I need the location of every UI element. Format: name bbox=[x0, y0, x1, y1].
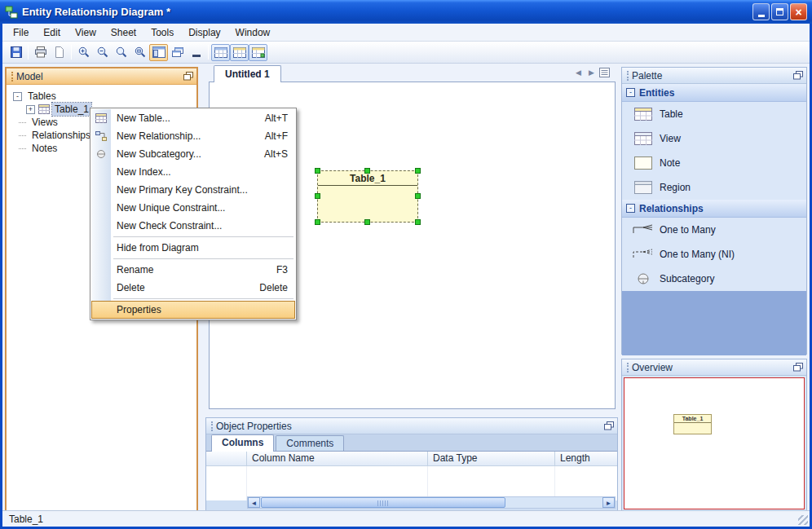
data-type-header[interactable]: Data Type bbox=[428, 452, 555, 465]
menu-edit[interactable]: Edit bbox=[36, 24, 68, 41]
palette-item-note[interactable]: Note bbox=[622, 151, 806, 175]
toggle-overview-button[interactable] bbox=[249, 44, 267, 61]
menu-item-new-table[interactable]: New Table... Alt+T bbox=[91, 109, 295, 127]
palette-header[interactable]: Palette bbox=[622, 68, 806, 84]
menu-item-new-relationship[interactable]: New Relationship... Alt+F bbox=[91, 127, 295, 145]
menu-display[interactable]: Display bbox=[181, 24, 227, 41]
selection-handle-e[interactable] bbox=[415, 193, 421, 199]
palette-item-one-to-many-ni[interactable]: One to Many (NI) bbox=[622, 242, 806, 267]
menu-item-new-primary-key-constraint[interactable]: New Primary Key Constraint... bbox=[91, 181, 295, 199]
close-icon: × bbox=[795, 7, 801, 18]
toolbar bbox=[2, 42, 810, 64]
palette-item-one-to-many[interactable]: One to Many bbox=[622, 218, 806, 242]
close-button[interactable]: × bbox=[790, 3, 807, 20]
menu-item-delete[interactable]: Delete Delete bbox=[91, 279, 295, 297]
zoom-actual-button[interactable] bbox=[112, 44, 130, 61]
toggle-object-properties-button[interactable] bbox=[211, 44, 230, 61]
columns-grid-body[interactable] bbox=[206, 466, 617, 500]
menu-sheet[interactable]: Sheet bbox=[104, 24, 143, 41]
object-properties-header[interactable]: Object Properties bbox=[206, 418, 617, 434]
palette-item-table[interactable]: Table bbox=[622, 102, 806, 126]
menu-item-new-index[interactable]: New Index... bbox=[91, 163, 295, 181]
palette-item-region[interactable]: Region bbox=[622, 175, 806, 200]
overview-minimap[interactable]: Table_1 bbox=[624, 377, 805, 509]
print-preview-button[interactable] bbox=[50, 44, 68, 61]
selection-handle-nw[interactable] bbox=[315, 168, 320, 174]
tree-item-notes[interactable]: Notes bbox=[29, 142, 60, 155]
tree-item-relationships[interactable]: Relationships bbox=[29, 129, 93, 142]
tree-item-tables[interactable]: Tables bbox=[25, 90, 59, 103]
toggle-palette-button[interactable] bbox=[230, 44, 249, 61]
horizontal-scrollbar[interactable]: ◄ ► bbox=[247, 496, 616, 509]
maximize-button[interactable] bbox=[771, 3, 788, 20]
object-properties-tabs: Columns Comments bbox=[206, 434, 617, 452]
scrollbar-thumb[interactable] bbox=[261, 497, 505, 508]
selection-handle-n[interactable] bbox=[364, 168, 370, 174]
toggle-model-panel-button[interactable] bbox=[149, 44, 168, 61]
float-panel-icon[interactable] bbox=[793, 71, 803, 80]
tree-item-table-1[interactable]: Table_1 bbox=[52, 103, 91, 116]
column-name-header[interactable]: Column Name bbox=[247, 452, 428, 465]
selection-handle-s[interactable] bbox=[364, 219, 370, 225]
tab-list-icon[interactable] bbox=[599, 68, 610, 77]
entities-section-title: Entities bbox=[639, 87, 674, 99]
selection-handle-se[interactable] bbox=[415, 219, 421, 225]
menu-tools[interactable]: Tools bbox=[143, 24, 181, 41]
tab-untitled-1[interactable]: Untitled 1 bbox=[214, 65, 281, 82]
entity-table-1[interactable]: Table_1 bbox=[317, 170, 418, 223]
minimize-button[interactable] bbox=[752, 3, 770, 20]
menu-item-properties[interactable]: Properties bbox=[91, 301, 295, 319]
zoom-selection-icon bbox=[134, 46, 147, 59]
tree-expander-icon[interactable]: - bbox=[13, 92, 22, 101]
drag-grip-icon[interactable] bbox=[627, 71, 629, 81]
length-header[interactable]: Length bbox=[555, 452, 617, 465]
menu-item-hide-from-diagram[interactable]: Hide from Diagram bbox=[91, 239, 295, 257]
palette-item-subcategory[interactable]: Subcategory bbox=[622, 267, 806, 291]
tree-expander-icon[interactable]: + bbox=[26, 105, 35, 114]
collapse-section-icon[interactable]: - bbox=[626, 204, 635, 213]
menu-view[interactable]: View bbox=[68, 24, 104, 41]
zoom-selection-button[interactable] bbox=[130, 44, 149, 61]
selection-handle-w[interactable] bbox=[315, 193, 320, 199]
tree-item-views[interactable]: Views bbox=[29, 116, 60, 129]
float-panels-button[interactable] bbox=[168, 44, 187, 61]
save-button[interactable] bbox=[7, 44, 25, 61]
tab-columns[interactable]: Columns bbox=[211, 434, 274, 452]
menu-file[interactable]: File bbox=[6, 24, 36, 41]
scroll-left-icon[interactable]: ◄ bbox=[248, 497, 260, 508]
menu-item-new-unique-constraint[interactable]: New Unique Constraint... bbox=[91, 199, 295, 217]
menu-item-new-subcategory[interactable]: New Subcategory... Alt+S bbox=[91, 145, 295, 163]
zoom-in-button[interactable] bbox=[74, 44, 93, 61]
relationships-section-header[interactable]: - Relationships bbox=[622, 200, 806, 218]
resize-grip[interactable] bbox=[798, 515, 808, 525]
print-icon bbox=[34, 46, 47, 59]
tab-comments[interactable]: Comments bbox=[276, 435, 344, 451]
drag-grip-icon[interactable] bbox=[11, 72, 14, 82]
palette-item-label: One to Many bbox=[660, 224, 716, 236]
relationships-section-title: Relationships bbox=[639, 203, 704, 214]
palette-item-view[interactable]: View bbox=[622, 126, 806, 151]
menu-item-rename[interactable]: Rename F3 bbox=[91, 261, 295, 279]
zoom-out-button[interactable] bbox=[93, 44, 112, 61]
float-panel-icon[interactable] bbox=[604, 421, 614, 430]
tab-scroll-left-icon[interactable]: ◀ bbox=[573, 68, 584, 77]
entities-section-header[interactable]: - Entities bbox=[622, 84, 806, 102]
minimize-panels-button[interactable] bbox=[187, 44, 205, 61]
collapse-section-icon[interactable]: - bbox=[626, 88, 635, 97]
app-icon bbox=[5, 6, 18, 19]
selection-handle-ne[interactable] bbox=[415, 168, 421, 174]
menu-window[interactable]: Window bbox=[228, 24, 278, 41]
drag-grip-icon[interactable] bbox=[627, 363, 629, 373]
overview-header[interactable]: Overview bbox=[622, 359, 806, 376]
drag-grip-icon[interactable] bbox=[211, 421, 214, 431]
overview-entity-table-1[interactable]: Table_1 bbox=[673, 414, 712, 434]
float-panel-icon[interactable] bbox=[793, 363, 803, 372]
print-button[interactable] bbox=[31, 44, 50, 61]
float-panel-icon[interactable] bbox=[183, 72, 193, 81]
selection-handle-sw[interactable] bbox=[315, 219, 320, 225]
menu-separator bbox=[113, 298, 293, 299]
scroll-right-icon[interactable]: ► bbox=[602, 497, 615, 508]
tab-scroll-right-icon[interactable]: ▶ bbox=[586, 68, 597, 77]
menu-item-new-check-constraint[interactable]: New Check Constraint... bbox=[91, 217, 295, 235]
model-panel-header[interactable]: Model bbox=[7, 68, 196, 85]
